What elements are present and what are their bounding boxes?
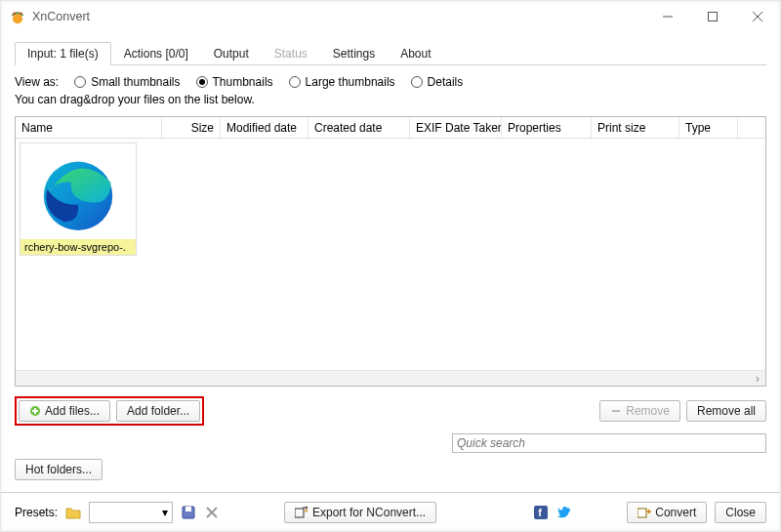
- file-list: NameSizeModified dateCreated dateEXIF Da…: [15, 116, 766, 387]
- radio-icon: [289, 76, 301, 88]
- tutorial-highlight: Add files... Add folder...: [15, 396, 204, 426]
- button-label: Remove all: [697, 404, 756, 418]
- file-thumbnail-image: [29, 149, 127, 239]
- button-label: Add folder...: [127, 404, 189, 418]
- tab-status: Status: [262, 42, 320, 64]
- save-preset-icon[interactable]: [181, 505, 196, 520]
- column-header[interactable]: Created date: [308, 117, 410, 138]
- column-header[interactable]: Print size: [592, 117, 679, 138]
- tab-label: Input: 1 file(s): [27, 47, 99, 61]
- radio-label: Small thumbnails: [91, 75, 180, 89]
- svg-point-0: [13, 14, 22, 23]
- file-thumbnail-caption: rchery-bow-svgrepo-.: [21, 239, 136, 255]
- list-body[interactable]: rchery-bow-svgrepo-.: [16, 139, 765, 370]
- app-window: XnConvert Input: 1 file(s) Actions [0/0]…: [0, 0, 781, 532]
- add-folder-button[interactable]: Add folder...: [116, 400, 200, 422]
- chevron-down-icon: ▾: [162, 506, 168, 519]
- radio-thumbnails[interactable]: Thumbnails: [196, 75, 273, 89]
- svg-text:f: f: [538, 507, 542, 518]
- svg-point-2: [20, 12, 21, 14]
- list-header: NameSizeModified dateCreated dateEXIF Da…: [16, 117, 765, 139]
- radio-label: Large thumbnails: [306, 75, 395, 89]
- export-icon: [295, 507, 308, 518]
- folder-icon[interactable]: [65, 505, 81, 520]
- tab-label: Settings: [333, 47, 375, 61]
- column-header[interactable]: Properties: [502, 117, 592, 138]
- close-button[interactable]: Close: [715, 502, 766, 523]
- remove-button[interactable]: Remove: [599, 400, 680, 422]
- column-header[interactable]: EXIF Date Taken: [410, 117, 502, 138]
- tab-label: Actions [0/0]: [124, 47, 188, 61]
- maximize-button[interactable]: [690, 1, 735, 32]
- svg-rect-13: [185, 507, 191, 512]
- export-nconvert-button[interactable]: Export for NConvert...: [284, 502, 436, 523]
- button-label: Convert: [655, 506, 696, 519]
- quick-search-input[interactable]: [452, 433, 766, 453]
- presets-label: Presets:: [15, 506, 58, 519]
- minimize-button[interactable]: [645, 1, 690, 32]
- svg-rect-19: [637, 509, 646, 517]
- column-header[interactable]: Modified date: [221, 117, 308, 138]
- tab-settings[interactable]: Settings: [320, 42, 388, 64]
- tab-output[interactable]: Output: [201, 42, 262, 64]
- facebook-icon[interactable]: f: [533, 505, 549, 520]
- column-header[interactable]: Size: [162, 117, 221, 138]
- tab-actions[interactable]: Actions [0/0]: [111, 42, 201, 64]
- app-icon: [9, 8, 26, 25]
- footer-bar: Presets: ▾ Export for NConvert... f: [1, 492, 780, 531]
- radio-large-thumbnails[interactable]: Large thumbnails: [289, 75, 395, 89]
- remove-all-button[interactable]: Remove all: [686, 400, 766, 422]
- minus-icon: [610, 405, 622, 417]
- drag-drop-hint: You can drag&drop your files on the list…: [15, 93, 766, 106]
- chevron-right-icon: ›: [756, 372, 760, 386]
- svg-point-1: [13, 12, 15, 14]
- view-as-row: View as: Small thumbnails Thumbnails Lar…: [15, 75, 766, 89]
- plus-icon: [29, 405, 41, 417]
- quick-search-row: [15, 433, 766, 453]
- button-label: Add files...: [45, 404, 100, 418]
- tabstrip: Input: 1 file(s) Actions [0/0] Output St…: [15, 40, 766, 65]
- presets-select[interactable]: ▾: [89, 502, 173, 523]
- hot-folders-button[interactable]: Hot folders...: [15, 459, 103, 480]
- close-window-button[interactable]: [735, 1, 780, 32]
- svg-rect-4: [709, 13, 718, 21]
- tab-label: About: [400, 47, 431, 61]
- radio-small-thumbnails[interactable]: Small thumbnails: [74, 75, 180, 89]
- button-label: Hot folders...: [25, 463, 92, 476]
- radio-icon: [74, 76, 86, 88]
- titlebar: XnConvert: [1, 1, 780, 32]
- tab-about[interactable]: About: [388, 42, 443, 64]
- view-as-label: View as:: [15, 75, 59, 89]
- button-label: Close: [725, 506, 756, 519]
- tab-label: Status: [274, 47, 308, 61]
- svg-rect-16: [295, 509, 304, 517]
- radio-icon: [411, 76, 423, 88]
- column-header[interactable]: Name: [16, 117, 162, 138]
- edge-like-icon: [34, 151, 122, 237]
- list-scrollbar[interactable]: ›: [16, 370, 765, 386]
- convert-button[interactable]: Convert: [627, 502, 707, 523]
- convert-icon: [637, 507, 651, 518]
- delete-preset-icon[interactable]: [204, 505, 220, 520]
- radio-icon: [196, 76, 208, 88]
- tab-input[interactable]: Input: 1 file(s): [15, 42, 111, 64]
- add-files-button[interactable]: Add files...: [19, 400, 110, 422]
- button-label: Remove: [626, 404, 670, 418]
- client-area: Input: 1 file(s) Actions [0/0] Output St…: [1, 32, 780, 492]
- radio-label: Details: [428, 75, 464, 89]
- below-list-toolbar: Add files... Add folder... Remove Remove…: [15, 396, 766, 426]
- tab-label: Output: [214, 47, 249, 61]
- column-header[interactable]: Type: [679, 117, 738, 138]
- file-thumbnail[interactable]: rchery-bow-svgrepo-.: [20, 143, 137, 256]
- radio-details[interactable]: Details: [411, 75, 464, 89]
- twitter-icon[interactable]: [556, 505, 572, 520]
- button-label: Export for NConvert...: [312, 506, 426, 519]
- app-title: XnConvert: [32, 10, 90, 23]
- radio-label: Thumbnails: [213, 75, 273, 89]
